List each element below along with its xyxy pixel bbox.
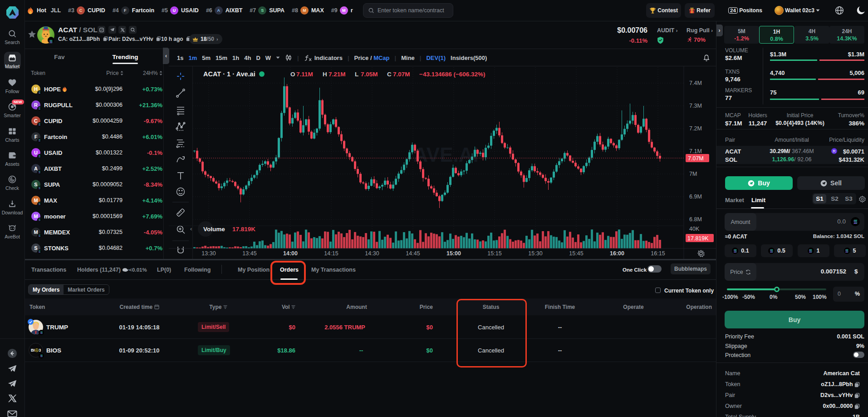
svg-text:7.3M: 7.3M <box>689 103 702 109</box>
svg-text:16:15: 16:15 <box>651 250 665 257</box>
svg-text:17.819K: 17.819K <box>687 235 709 242</box>
svg-text:15:30: 15:30 <box>528 250 542 257</box>
svg-text:17.819K: 17.819K <box>232 226 255 233</box>
svg-text:7.05M: 7.05M <box>361 71 378 78</box>
svg-text:ACAT · 1 · Ave.ai: ACAT · 1 · Ave.ai <box>203 70 255 78</box>
svg-text:7.4M: 7.4M <box>689 80 702 86</box>
svg-text:O: O <box>290 71 295 78</box>
svg-text:14:00: 14:00 <box>283 250 298 257</box>
svg-text:13:45: 13:45 <box>242 250 256 257</box>
svg-text:Volume: Volume <box>203 226 225 233</box>
svg-text:15:15: 15:15 <box>487 250 501 257</box>
svg-text:7.07M: 7.07M <box>393 71 410 78</box>
svg-text:L: L <box>355 71 358 78</box>
svg-text:16:00: 16:00 <box>610 250 624 257</box>
svg-text:14:45: 14:45 <box>406 250 420 257</box>
svg-text:7M: 7M <box>689 171 697 177</box>
svg-text:14:15: 14:15 <box>324 250 338 257</box>
svg-text:7.21M: 7.21M <box>329 71 346 78</box>
svg-text:7.11M: 7.11M <box>296 71 313 78</box>
svg-text:−43.134686 (−606.32%): −43.134686 (−606.32%) <box>419 71 485 78</box>
svg-text:15:00: 15:00 <box>446 250 461 257</box>
svg-text:13:30: 13:30 <box>201 250 216 257</box>
svg-text:7.2M: 7.2M <box>689 125 702 132</box>
svg-text:15:45: 15:45 <box>569 250 583 257</box>
svg-text:7.1M: 7.1M <box>689 148 702 154</box>
svg-text:14:30: 14:30 <box>365 250 379 257</box>
svg-text:40K: 40K <box>689 226 700 232</box>
svg-text:‹: ‹ <box>190 225 192 232</box>
svg-text:C: C <box>387 71 392 78</box>
svg-text:6.9M: 6.9M <box>689 194 702 200</box>
svg-text:6.8M: 6.8M <box>689 216 702 223</box>
svg-text:7.07M: 7.07M <box>688 155 704 162</box>
svg-text:H: H <box>323 71 327 78</box>
